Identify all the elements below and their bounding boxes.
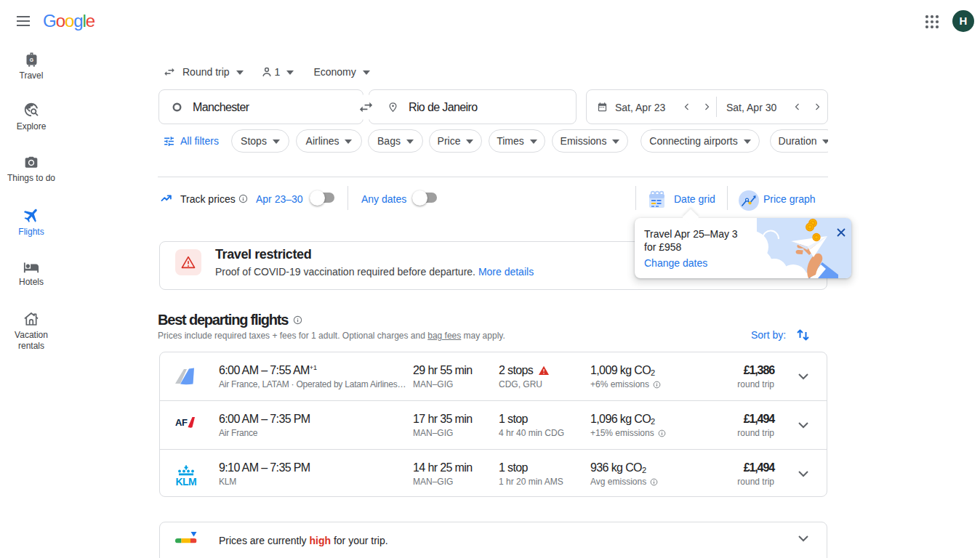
svg-text:AF: AF — [175, 417, 188, 428]
svg-text:KLM: KLM — [176, 475, 197, 487]
svg-text:G: G — [29, 57, 33, 62]
